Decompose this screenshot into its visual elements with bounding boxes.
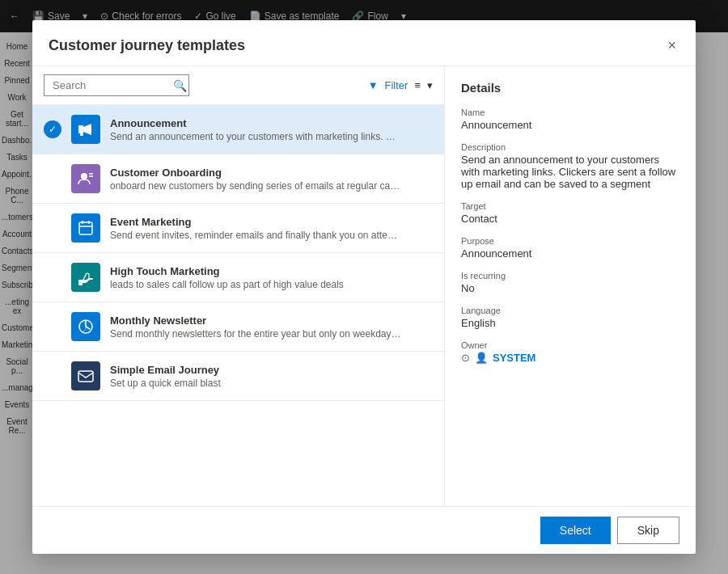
collapse-icon: ▾ (427, 79, 433, 91)
recurring-label: Is recurring (461, 271, 679, 281)
svg-rect-9 (78, 280, 83, 285)
recurring-value: No (461, 282, 679, 294)
language-label: Language (461, 306, 679, 315)
newsletter-info: Monthly Newsletter Send monthly newslett… (110, 314, 433, 340)
detail-language-field: Language English (461, 306, 679, 329)
owner-circle-icon: ⊙ (461, 352, 470, 364)
owner-person-icon: 👤 (475, 352, 488, 364)
simpleemail-desc: Set up a quick email blast (110, 378, 401, 389)
description-value: Send an announcement to your customers w… (461, 154, 679, 190)
detail-target-field: Target Contact (461, 201, 679, 225)
owner-row: ⊙ 👤 SYSTEM (461, 352, 679, 364)
svg-rect-0 (78, 125, 83, 133)
purpose-label: Purpose (461, 236, 679, 246)
template-item-announcement[interactable]: ✓ Announcement Send an announcement to y… (32, 105, 444, 154)
template-item-monthly-newsletter[interactable]: ✓ Monthly Newsletter Send monthly newsle… (32, 302, 444, 352)
onboarding-name: Customer Onboarding (110, 167, 433, 179)
template-list-panel: 🔍 ▼ Filter ≡ ▾ ✓ (32, 66, 445, 506)
select-button[interactable]: Select (540, 517, 611, 544)
filter-icon: ▼ (368, 79, 379, 91)
simple-email-icon (71, 361, 100, 390)
search-icon: 🔍 (173, 79, 187, 92)
description-label: Description (461, 142, 679, 152)
template-list: ✓ Announcement Send an announcement to y… (32, 105, 444, 506)
skip-button[interactable]: Skip (617, 517, 679, 544)
owner-label: Owner (461, 340, 679, 350)
modal-header: Customer journey templates × (32, 20, 696, 66)
target-value: Contact (461, 213, 679, 225)
close-button[interactable]: × (664, 35, 679, 56)
hightouch-info: High Touch Marketing leads to sales call… (110, 265, 433, 290)
simpleemail-info: Simple Email Journey Set up a quick emai… (110, 364, 433, 389)
announcement-info: Announcement Send an announcement to you… (110, 117, 433, 142)
svg-rect-1 (80, 133, 83, 136)
template-item-customer-onboarding[interactable]: ✓ Customer Onboarding onboard new custom… (32, 154, 444, 204)
event-marketing-icon (71, 213, 100, 243)
owner-value: SYSTEM (493, 352, 535, 364)
target-label: Target (461, 201, 679, 211)
name-label: Name (461, 108, 679, 117)
svg-rect-5 (79, 222, 92, 234)
event-desc: Send event invites, reminder emails and … (110, 230, 401, 241)
selected-check-announcement: ✓ (44, 120, 61, 138)
newsletter-name: Monthly Newsletter (110, 314, 433, 327)
template-item-event-marketing[interactable]: ✓ Event Marketing Send event invites, re… (32, 204, 444, 253)
event-info: Event Marketing Send event invites, remi… (110, 216, 433, 241)
announcement-name: Announcement (110, 117, 433, 129)
detail-owner-field: Owner ⊙ 👤 SYSTEM (461, 340, 679, 364)
name-value: Announcement (461, 119, 679, 131)
onboarding-desc: onboard new customers by sending series … (110, 180, 401, 192)
svg-point-2 (81, 173, 87, 179)
search-input[interactable] (44, 74, 189, 96)
details-panel: Details Name Announcement Description Se… (445, 66, 696, 506)
hightouch-name: High Touch Marketing (110, 265, 433, 277)
announcement-desc: Send an announcement to your customers w… (110, 131, 401, 142)
onboarding-info: Customer Onboarding onboard new customer… (110, 167, 433, 192)
simpleemail-name: Simple Email Journey (110, 364, 433, 376)
template-item-simple-email[interactable]: ✓ Simple Email Journey Set up a quick em… (32, 352, 444, 401)
template-item-high-touch[interactable]: ✓ High Touch Marketing leads to sales ca… (32, 253, 444, 302)
event-name: Event Marketing (110, 216, 433, 228)
modal-title: Customer journey templates (49, 37, 245, 54)
modal-overlay: Customer journey templates × 🔍 ▼ Filter … (0, 0, 728, 574)
language-value: English (461, 317, 679, 329)
customer-journey-templates-modal: Customer journey templates × 🔍 ▼ Filter … (32, 20, 696, 554)
announcement-icon (71, 115, 100, 144)
modal-footer: Select Skip (32, 506, 696, 554)
list-view-icon: ≡ (414, 79, 421, 91)
filter-button[interactable]: ▼ Filter ≡ ▾ (368, 79, 433, 91)
newsletter-desc: Send monthly newsletters for the entire … (110, 328, 401, 340)
detail-name-field: Name Announcement (461, 108, 679, 131)
svg-rect-11 (78, 371, 93, 382)
modal-body: 🔍 ▼ Filter ≡ ▾ ✓ (32, 66, 696, 506)
purpose-value: Announcement (461, 247, 679, 260)
detail-recurring-field: Is recurring No (461, 271, 679, 294)
customer-onboarding-icon (71, 164, 100, 193)
hightouch-desc: leads to sales call follow up as part of… (110, 279, 401, 290)
monthly-newsletter-icon (71, 312, 100, 341)
detail-description-field: Description Send an announcement to your… (461, 142, 679, 190)
search-bar: 🔍 ▼ Filter ≡ ▾ (32, 66, 444, 105)
high-touch-icon (71, 263, 100, 292)
detail-purpose-field: Purpose Announcement (461, 236, 679, 260)
details-title: Details (461, 81, 679, 95)
